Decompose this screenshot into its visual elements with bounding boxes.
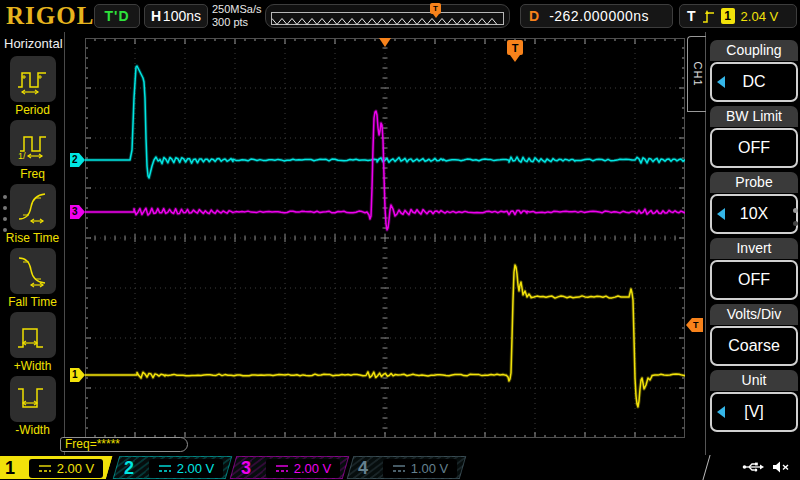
menu-item-volts-div[interactable]: Volts/Div Coarse	[710, 304, 798, 366]
left-menu-horizontal-measurements: Horizontal Period 1/ Freq	[0, 32, 65, 455]
menu-item-label: BW Limit	[710, 106, 798, 127]
measure-period-button[interactable]: Period	[0, 56, 65, 117]
channel-1-status[interactable]: 1 2.00 V	[0, 456, 112, 479]
channel-scale-box: 2.00 V	[266, 459, 340, 478]
dc-coupling-icon	[392, 464, 406, 473]
button-label: -Width	[0, 423, 65, 437]
channel-scale-box: 1.00 V	[383, 459, 457, 478]
button-label: Fall Time	[0, 295, 65, 309]
channel-3-position-marker[interactable]: 3	[70, 205, 85, 219]
speaker-muted-icon	[772, 460, 790, 474]
measure-plus-width-button[interactable]: +Width	[0, 312, 65, 373]
oscilloscope-screen: RIGOL T'D H 100ns 250MSa/s 300 pts T D -…	[0, 0, 800, 480]
horizontal-timebase-box[interactable]: H 100ns	[144, 4, 208, 28]
channel-2-status[interactable]: 2 2.00 V	[113, 456, 233, 479]
rise-time-icon	[15, 189, 51, 225]
scroll-indicator-dot	[3, 217, 7, 221]
trigger-status-indicator: T'D	[94, 4, 140, 28]
menu-item-unit[interactable]: Unit [V]	[710, 370, 798, 432]
delay-readout-box: D -262.000000ns	[520, 4, 673, 28]
menu-item-value: Coarse	[710, 326, 798, 366]
menu-item-invert[interactable]: Invert OFF	[710, 238, 798, 300]
measure-minus-width-button[interactable]: -Width	[0, 376, 65, 437]
channel-number: 2	[124, 457, 134, 480]
channel-scale-value: 2.00 V	[294, 461, 332, 476]
channel-scale-value: 1.00 V	[411, 461, 449, 476]
waveform-display: T	[85, 38, 685, 438]
menu-item-bw-limit[interactable]: BW Limit OFF	[710, 106, 798, 168]
trigger-source-badge: 1	[721, 8, 735, 24]
right-menu-channel-settings: CH1 Coupling DC BW Limit OFF Probe 10X I…	[705, 32, 800, 480]
channel-number: 3	[241, 457, 251, 480]
channel-scale-box: 2.00 V	[29, 459, 103, 478]
ch1-trace	[85, 265, 685, 407]
rigol-logo: RIGOL	[6, 2, 94, 30]
timebase-value: 100ns	[163, 8, 201, 24]
measure-freq-button[interactable]: 1/ Freq	[0, 120, 65, 181]
menu-item-label: Volts/Div	[710, 304, 798, 325]
trigger-status-text: T'D	[105, 8, 130, 24]
plus-width-icon	[15, 317, 51, 353]
fall-time-icon	[15, 253, 51, 289]
dc-coupling-icon	[275, 464, 289, 473]
measure-rise-time-button[interactable]: Rise Time	[0, 184, 65, 245]
freq-measurement-readout: Freq=*****	[60, 437, 188, 452]
preview-waveform	[272, 16, 501, 27]
trigger-label: T	[687, 8, 696, 24]
left-arrow-icon	[717, 406, 725, 418]
menu-item-value: DC	[710, 62, 798, 102]
delay-value: -262.000000ns	[549, 8, 649, 24]
minus-width-icon	[15, 381, 51, 417]
memory-preview-strip[interactable]: T	[265, 4, 510, 28]
bottom-status-bar: 1 2.00 V 2 2.00 V	[0, 455, 800, 480]
delay-label: D	[529, 8, 539, 24]
menu-item-value: 10X	[710, 194, 798, 234]
menu-value-text: [V]	[744, 403, 764, 421]
button-label: +Width	[0, 359, 65, 373]
channel-1-position-marker[interactable]: 1	[70, 368, 85, 382]
top-bar: RIGOL T'D H 100ns 250MSa/s 300 pts T D -…	[0, 0, 800, 32]
horizontal-center-marker[interactable]	[379, 38, 391, 47]
trigger-level-value: 2.04 V	[741, 9, 779, 24]
menu-item-probe[interactable]: Probe 10X	[710, 172, 798, 234]
trigger-position-marker[interactable]: T	[507, 40, 523, 62]
menu-item-value: OFF	[710, 128, 798, 168]
menu-value-text: DC	[742, 73, 765, 91]
menu-item-value: [V]	[710, 392, 798, 432]
memory-depth: 300 pts	[212, 16, 262, 29]
channel-4-status[interactable]: 4 1.00 V	[347, 456, 467, 479]
channel-number: 4	[358, 457, 368, 480]
menu-item-label: Probe	[710, 172, 798, 193]
button-label: Period	[0, 103, 65, 117]
horizontal-label: H	[151, 8, 161, 24]
scroll-indicator-dot	[3, 206, 7, 210]
scroll-indicator-dot	[3, 195, 7, 199]
menu-value-text: OFF	[738, 271, 770, 289]
dc-coupling-icon	[158, 464, 172, 473]
svg-text:1/: 1/	[18, 151, 26, 161]
acquisition-info: 250MSa/s 300 pts	[212, 3, 262, 29]
button-label: Rise Time	[0, 231, 65, 245]
preview-trigger-marker[interactable]: T	[430, 3, 441, 14]
page-indicator-dot	[793, 208, 798, 213]
channel-scale-value: 2.00 V	[57, 461, 95, 476]
channel-menu-tab: CH1	[687, 36, 706, 112]
status-icons-area	[706, 455, 800, 480]
page-indicator-dot	[793, 221, 798, 226]
usb-icon	[742, 460, 764, 474]
channel-scale-box: 2.00 V	[149, 459, 223, 478]
channel-scale-value: 2.00 V	[177, 461, 215, 476]
channel-number: 1	[5, 457, 15, 480]
measure-fall-time-button[interactable]: Fall Time	[0, 248, 65, 309]
menu-item-coupling[interactable]: Coupling DC	[710, 40, 798, 102]
scroll-indicator-dot	[3, 228, 7, 232]
ch1-trace-glow	[85, 265, 685, 407]
channel-3-status[interactable]: 3 2.00 V	[230, 456, 350, 479]
trigger-level-marker[interactable]: T	[686, 318, 703, 332]
left-arrow-icon	[717, 208, 725, 220]
left-menu-title: Horizontal	[0, 32, 64, 51]
channel-2-position-marker[interactable]: 2	[70, 153, 85, 167]
menu-item-label: Unit	[710, 370, 798, 391]
period-icon	[15, 61, 51, 97]
rising-edge-icon	[702, 9, 715, 24]
